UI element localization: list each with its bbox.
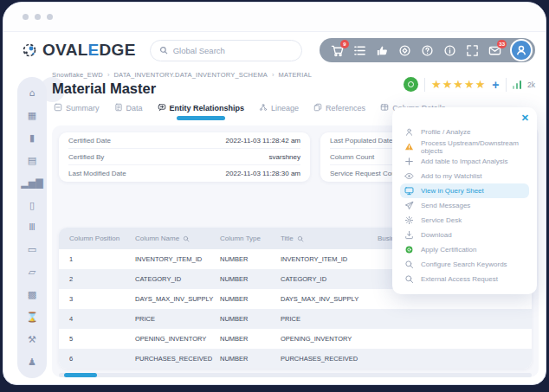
references-tab-icon bbox=[313, 103, 322, 113]
analytics-icon[interactable]: ▂▅▇ bbox=[21, 178, 42, 188]
detail-row: Last Modified Date2022-11-03 11:28:30 am bbox=[68, 165, 300, 182]
catalog-icon[interactable]: ▦ bbox=[28, 111, 36, 120]
menu-item-profile-analyze[interactable]: Profile / Analyze bbox=[400, 125, 529, 139]
data-tab-icon bbox=[114, 103, 123, 113]
views-count: 2k bbox=[527, 80, 535, 89]
certification-card: Certified Date2022-11-03 11:28:42 amCert… bbox=[59, 132, 310, 182]
notification-badge: 9 bbox=[340, 40, 349, 48]
send-icon bbox=[404, 201, 414, 210]
column-search-icon[interactable] bbox=[183, 235, 190, 242]
window-dot[interactable] bbox=[23, 14, 29, 20]
menu-item-label: Process Upstream/Downstream objects bbox=[421, 139, 525, 155]
badge-circle-icon[interactable] bbox=[398, 44, 411, 57]
left-sidebar: ⌂▦▮▤▂▅▇▯Ⅲ▭▱▩⌛⚒♟ bbox=[17, 77, 47, 378]
menu-item-external-access-request[interactable]: External Access Request bbox=[400, 272, 529, 286]
search-input[interactable] bbox=[173, 46, 277, 55]
tab-label: Summary bbox=[66, 104, 100, 112]
clipboard-icon[interactable]: ▯ bbox=[29, 201, 35, 210]
horizontal-scrollbar[interactable] bbox=[59, 373, 532, 377]
divider bbox=[424, 78, 425, 92]
menu-item-label: Add table to Impact Analysis bbox=[421, 157, 508, 165]
cert-icon bbox=[404, 245, 414, 254]
column-header[interactable]: Column Name bbox=[135, 235, 220, 242]
mail-icon[interactable]: 33 bbox=[488, 44, 501, 57]
rating-meta-row: ★★★★★ + 2k bbox=[404, 77, 535, 92]
person-icon bbox=[514, 43, 528, 57]
plus-icon bbox=[404, 157, 414, 166]
menu-item-service-desk[interactable]: Service Desk bbox=[400, 213, 529, 228]
menu-item-add-table-to-impact-analysis[interactable]: Add table to Impact Analysis bbox=[400, 154, 529, 169]
table-cell: 4 bbox=[69, 315, 135, 323]
close-icon[interactable]: ✕ bbox=[400, 112, 529, 125]
thumbs-up-icon[interactable] bbox=[376, 44, 389, 57]
tab-lineage[interactable]: Lineage bbox=[259, 103, 299, 120]
scrollbar-thumb[interactable] bbox=[64, 373, 97, 377]
column-search-icon[interactable] bbox=[297, 235, 304, 242]
detail-value: 2022-11-03 11:28:42 am bbox=[226, 137, 300, 145]
user-avatar[interactable] bbox=[510, 39, 533, 61]
menu-item-label: Download bbox=[421, 231, 452, 239]
info-circle-icon[interactable] bbox=[443, 44, 456, 57]
person-icon bbox=[404, 127, 414, 137]
menu-item-download[interactable]: Download bbox=[400, 228, 529, 242]
menu-item-apply-certification[interactable]: Apply Certification bbox=[400, 242, 529, 257]
expand-icon[interactable] bbox=[466, 44, 479, 57]
apps-grid-icon[interactable]: ▩ bbox=[28, 290, 36, 299]
table-row[interactable]: 4PRICENUMBERPRICE bbox=[59, 309, 532, 329]
app-window: OVALEDGE 933 Snowflake_EWD›DATA_INVENTOR… bbox=[3, 2, 546, 385]
menu-item-view-in-query-sheet[interactable]: View in Query Sheet bbox=[400, 183, 529, 198]
detail-label: Certified By bbox=[68, 153, 104, 161]
lineage-tab-icon bbox=[259, 103, 268, 113]
menu-item-process-upstream-downstream-objects[interactable]: Process Upstream/Downstream objects bbox=[400, 139, 529, 154]
menu-item-label: Send Messages bbox=[421, 202, 470, 209]
tools-icon[interactable]: ⚒ bbox=[28, 335, 36, 344]
column-header: Column Position bbox=[69, 235, 135, 242]
notes-icon[interactable]: ▤ bbox=[28, 156, 36, 165]
entity-tab-icon bbox=[158, 103, 166, 113]
global-search[interactable] bbox=[150, 40, 302, 61]
help-circle-icon[interactable] bbox=[421, 44, 434, 57]
menu-item-label: Add to my Watchlist bbox=[421, 172, 481, 180]
context-menu: ✕ Profile / AnalyzeProcess Upstream/Down… bbox=[392, 107, 537, 294]
menu-item-label: Configure Search Keywords bbox=[421, 260, 507, 268]
tab-data[interactable]: Data bbox=[114, 103, 143, 120]
breadcrumb-item[interactable]: MATERIAL bbox=[279, 71, 313, 79]
menu-item-label: Apply Certification bbox=[421, 246, 476, 254]
tab-entity-relationships[interactable]: Entity Relationships bbox=[158, 103, 245, 120]
window-dot[interactable] bbox=[35, 14, 41, 20]
tab-references[interactable]: References bbox=[313, 103, 365, 120]
jobs-icon[interactable]: ⌛ bbox=[26, 312, 38, 322]
logo-text: OVALEDGE bbox=[42, 41, 136, 60]
tab-summary[interactable]: Summary bbox=[54, 103, 100, 120]
governance-icon[interactable]: Ⅲ bbox=[29, 222, 36, 232]
ovaledge-logo[interactable]: OVALEDGE bbox=[21, 41, 136, 60]
table-cell: 6 bbox=[69, 355, 135, 363]
cart-icon[interactable]: 9 bbox=[331, 44, 344, 57]
gear-icon bbox=[404, 215, 414, 225]
checklist-icon[interactable] bbox=[353, 44, 366, 57]
star-rating[interactable]: ★★★★★ bbox=[431, 78, 486, 91]
table-cell: CATEGORY_ID bbox=[281, 275, 378, 283]
table-row[interactable]: 6PURCHASES_RECEIVEDNUMBERPURCHASES_RECEI… bbox=[59, 349, 532, 369]
column-header[interactable]: Title bbox=[281, 235, 378, 242]
menu-item-add-to-my-watchlist[interactable]: Add to my Watchlist bbox=[400, 169, 529, 183]
detail-label: Last Populated Date bbox=[330, 137, 393, 145]
id-card-icon[interactable]: ▭ bbox=[28, 245, 36, 254]
table-row[interactable]: 5OPENING_INVENTORYNUMBEROPENING_INVENTOR… bbox=[59, 329, 532, 349]
menu-item-label: View in Query Sheet bbox=[421, 187, 484, 195]
menu-item-configure-search-keywords[interactable]: Configure Search Keywords bbox=[400, 257, 529, 272]
tab-label: Entity Relationships bbox=[170, 104, 245, 112]
add-user-icon[interactable]: ♟ bbox=[28, 357, 36, 367]
tab-label: Lineage bbox=[271, 104, 299, 112]
breadcrumb-item[interactable]: DATA_INVENTORY.DATA_INVENTORY_SCHEMA bbox=[113, 71, 268, 79]
folder-icon[interactable]: ▱ bbox=[29, 267, 36, 277]
add-rating-button[interactable]: + bbox=[492, 78, 499, 92]
book-icon[interactable]: ▮ bbox=[29, 133, 35, 143]
download-icon bbox=[404, 230, 414, 240]
home-icon[interactable]: ⌂ bbox=[29, 88, 36, 98]
table-cell: OPENING_INVENTORY bbox=[281, 335, 378, 343]
breadcrumb-item[interactable]: Snowflake_EWD bbox=[52, 71, 103, 79]
window-dot[interactable] bbox=[47, 14, 53, 20]
menu-item-send-messages[interactable]: Send Messages bbox=[400, 198, 529, 213]
table-cell: 5 bbox=[69, 335, 135, 343]
